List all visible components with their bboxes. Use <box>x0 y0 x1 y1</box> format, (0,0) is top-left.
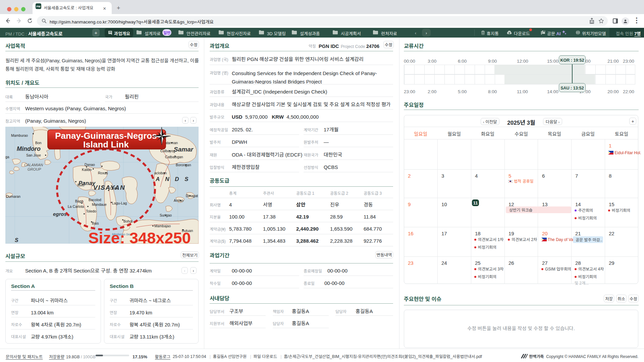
svg-text:Bacolod: Bacolod <box>89 198 101 202</box>
svg-text:Danao: Danao <box>85 163 95 167</box>
svg-text:Roxas: Roxas <box>98 171 108 175</box>
svg-text:San Jose: San Jose <box>26 153 41 157</box>
svg-text:Island Link: Island Link <box>83 139 129 149</box>
svg-text:S: S <box>15 237 18 243</box>
svg-text:Mambajao: Mambajao <box>154 224 171 228</box>
svg-text:La Carlota: La Carlota <box>68 204 84 208</box>
svg-text:acloban: acloban <box>154 171 167 175</box>
svg-text:Mindoro: Mindoro <box>17 145 41 152</box>
svg-text:Bohol: Bohol <box>123 219 132 223</box>
svg-text:Size: 348x250: Size: 348x250 <box>88 229 191 244</box>
svg-text:CALAMIAN: CALAMIAN <box>24 163 43 167</box>
svg-text:Lagu-Lag: Lagu-Lag <box>112 201 127 205</box>
svg-text:Samar: Samar <box>174 146 194 153</box>
svg-text:Kalibo: Kalibo <box>82 168 92 172</box>
svg-text:Bais: Bais <box>92 221 99 225</box>
svg-text:Bago: Bago <box>75 199 84 203</box>
svg-text:Dumaran: Dumaran <box>6 194 20 198</box>
svg-text:A N D S: A N D S <box>155 176 191 182</box>
svg-text:Surigao: Surigao <box>160 213 172 217</box>
svg-text:Dinagat: Dinagat <box>186 194 198 198</box>
svg-text:Toledo: Toledo <box>86 209 96 213</box>
svg-text:VISAYAN: VISAYAN <box>93 184 125 191</box>
svg-text:Bon: Bon <box>35 141 42 145</box>
svg-text:Mamburao: Mamburao <box>11 133 28 137</box>
svg-text:Catbalogan: Catbalogan <box>165 155 183 159</box>
svg-text:GROUP: GROUP <box>28 167 41 171</box>
svg-text:Anilao: Anilao <box>174 198 183 202</box>
svg-text:egros: egros <box>53 211 67 217</box>
svg-text:ga: ga <box>5 155 9 159</box>
svg-text:Mandaue: Mandaue <box>92 202 107 206</box>
svg-text:Borongan: Borongan <box>176 163 191 167</box>
svg-text:Calbayog: Calbayog <box>160 149 175 153</box>
